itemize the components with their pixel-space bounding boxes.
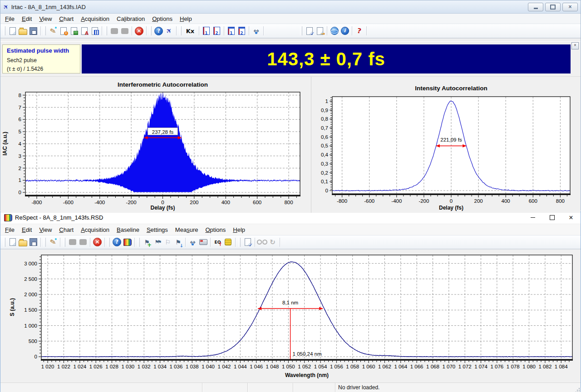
interferometric-autocorrelation-chart[interactable]: -800-600-400-2000200400600800012345678In… xyxy=(0,77,310,213)
spectrum-chart[interactable]: 1 0201 0221 0241 0261 0281 0301 0321 034… xyxy=(0,250,580,382)
svg-text:8: 8 xyxy=(19,93,21,98)
svg-text:237,28 fs: 237,28 fs xyxy=(152,129,174,135)
open-file-icon[interactable] xyxy=(18,26,28,36)
menu-item-chart[interactable]: Chart xyxy=(55,15,77,23)
toolbar-handle[interactable] xyxy=(105,26,107,35)
menu-item-file[interactable]: File xyxy=(1,225,18,234)
menu-item-edit[interactable]: Edit xyxy=(18,15,35,23)
intensity-autocorrelation-chart[interactable]: -800-600-400-200020040060080000,10,20,30… xyxy=(311,77,581,213)
irtac-rebar-groove xyxy=(0,38,581,42)
menu-item-settings[interactable]: Settings xyxy=(143,225,172,234)
menu-item-edit[interactable]: Edit xyxy=(18,225,35,234)
svg-text:1 026: 1 026 xyxy=(89,364,103,369)
menu-item-calibration[interactable]: Calibration xyxy=(113,15,148,23)
open-file-icon[interactable] xyxy=(18,237,28,247)
font-document-icon[interactable] xyxy=(79,26,89,36)
save-file-icon[interactable] xyxy=(28,237,39,247)
irtac-close-button[interactable]: × xyxy=(562,3,578,11)
toolbar-handle[interactable] xyxy=(3,26,5,35)
resize-grip[interactable] xyxy=(574,383,581,392)
validate-document-icon[interactable] xyxy=(242,237,253,247)
export-document-icon[interactable] xyxy=(315,26,325,36)
menu-item-view[interactable]: View xyxy=(35,15,55,23)
respect-maximize-button[interactable] xyxy=(542,211,561,224)
menu-item-acquisition[interactable]: Acquisition xyxy=(77,225,113,234)
svg-text:1 080: 1 080 xyxy=(522,364,536,369)
stop-acquisition-icon[interactable] xyxy=(92,237,103,247)
copy-marker-icon[interactable] xyxy=(152,237,162,247)
menu-item-chart[interactable]: Chart xyxy=(55,225,77,234)
irtac-restore-button[interactable] xyxy=(545,3,561,11)
toolbar-handle[interactable] xyxy=(44,238,46,247)
toolbar-handle[interactable] xyxy=(179,26,182,35)
about-info-icon[interactable] xyxy=(340,26,350,36)
svg-text:2 500: 2 500 xyxy=(24,276,37,282)
menu-item-acquisition[interactable]: Acquisition xyxy=(77,15,113,23)
stop-acquisition-icon[interactable] xyxy=(134,26,144,36)
toolbar-handle[interactable] xyxy=(44,26,46,35)
new-document-icon[interactable] xyxy=(7,26,18,36)
menu-item-view[interactable]: View xyxy=(35,225,55,234)
svg-text:0,1: 0,1 xyxy=(321,179,328,184)
toolbar-handle[interactable] xyxy=(63,238,65,247)
help-icon[interactable] xyxy=(153,26,164,36)
toolbar-handle[interactable] xyxy=(300,26,302,35)
svg-text:200: 200 xyxy=(474,198,483,204)
transfer-data-icon[interactable] xyxy=(251,26,261,36)
menu-item-baseline[interactable]: Baseline xyxy=(113,225,143,234)
toolbar-handle[interactable] xyxy=(238,238,241,247)
new-document-icon[interactable] xyxy=(7,237,18,247)
refresh-question-icon[interactable] xyxy=(354,26,364,36)
menu-item-help[interactable]: Help xyxy=(229,225,249,234)
kx-calibration-icon[interactable]: Kx xyxy=(183,26,197,36)
menu-item-measure[interactable]: Measure xyxy=(172,225,202,234)
equalizer-icon[interactable]: EQ xyxy=(212,237,223,247)
irtac-tool-icon[interactable] xyxy=(164,26,174,36)
document-info-icon[interactable] xyxy=(58,26,69,36)
menu-item-options[interactable]: Options xyxy=(202,225,229,234)
chart-1-icon[interactable]: 1 xyxy=(201,26,212,36)
svg-text:1 030: 1 030 xyxy=(121,364,134,369)
toolbar-handle[interactable] xyxy=(138,238,140,247)
result-panel-close-button[interactable]: × xyxy=(571,42,579,49)
svg-text:1 050: 1 050 xyxy=(282,364,295,369)
report-document-icon[interactable] xyxy=(89,26,100,36)
menu-item-help[interactable]: Help xyxy=(176,15,196,23)
toolbar-handle[interactable] xyxy=(108,238,110,247)
annotate-tool-icon[interactable] xyxy=(48,26,58,36)
toolbar-handle[interactable] xyxy=(3,238,5,247)
edit-chart-1-icon[interactable]: 1 xyxy=(226,26,236,36)
pulse-info-panel: Estimated pulse width Sech2 pulse (τ ± σ… xyxy=(2,44,80,74)
svg-text:1 028: 1 028 xyxy=(105,364,118,369)
respect-manual-icon[interactable] xyxy=(122,237,133,247)
irtac-toolbar: Kx1212 xyxy=(0,24,581,38)
svg-text:0,7: 0,7 xyxy=(321,125,328,131)
help-icon[interactable] xyxy=(112,237,122,247)
save-file-icon[interactable] xyxy=(28,26,39,36)
validate-document-icon[interactable] xyxy=(304,26,315,36)
auto-marker-icon[interactable] xyxy=(162,237,173,247)
add-marker-icon[interactable] xyxy=(142,237,152,247)
irtac-titlebar[interactable]: ✈ Irtac - 8A_8_1nm_143fs.IAD × xyxy=(0,0,581,14)
toolbar-handle[interactable] xyxy=(149,26,152,35)
database-icon[interactable] xyxy=(223,237,233,247)
menu-item-options[interactable]: Options xyxy=(148,15,176,23)
svg-text:400: 400 xyxy=(502,198,510,204)
snapshot-icon[interactable] xyxy=(198,237,208,247)
svg-text:6: 6 xyxy=(19,117,21,122)
edit-chart-2-icon[interactable]: 2 xyxy=(236,26,247,36)
move-marker-icon[interactable] xyxy=(173,237,183,247)
annotate-tool-icon[interactable] xyxy=(48,237,58,247)
chart-2-icon[interactable]: 2 xyxy=(212,26,222,36)
pulse-result-row: Estimated pulse width Sech2 pulse (τ ± σ… xyxy=(2,44,579,74)
export-image-icon[interactable] xyxy=(69,26,79,36)
respect-titlebar[interactable]: ReSpect - 8A_8_1nm_143fs.RSD × xyxy=(0,211,581,224)
toolbar-separator xyxy=(235,238,236,247)
web-link-icon[interactable] xyxy=(329,26,340,36)
respect-close-button[interactable]: × xyxy=(561,211,581,224)
transfer-data-icon[interactable] xyxy=(187,237,198,247)
menu-item-file[interactable]: File xyxy=(1,15,18,23)
irtac-minimize-button[interactable] xyxy=(528,3,543,11)
toolbar-separator xyxy=(199,26,199,35)
respect-minimize-button[interactable] xyxy=(523,211,542,224)
